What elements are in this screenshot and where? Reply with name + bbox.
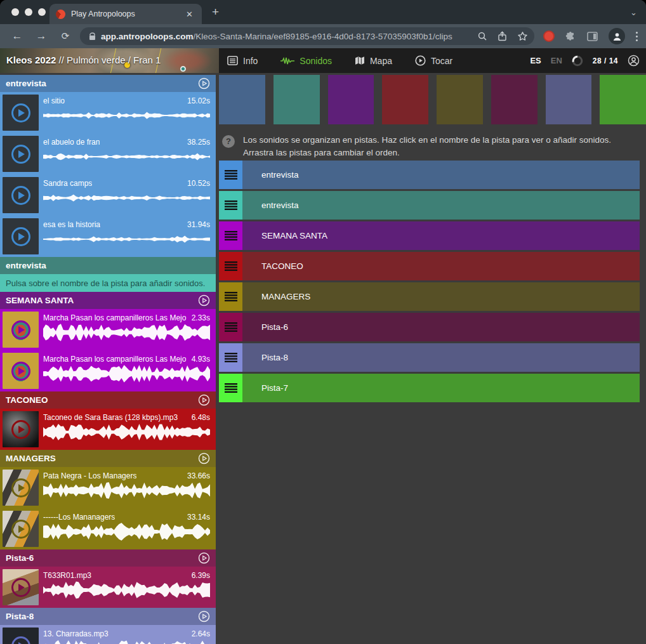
play-clip-icon[interactable] xyxy=(11,362,30,381)
track-section-header[interactable]: Pista-6 xyxy=(0,549,216,567)
waveform[interactable] xyxy=(43,323,210,342)
track-swatch[interactable] xyxy=(219,75,265,124)
clip-thumbnail[interactable] xyxy=(3,470,39,506)
play-clip-icon[interactable] xyxy=(11,420,30,439)
chevron-down-icon[interactable]: ⌄ xyxy=(630,8,637,17)
track-swatch[interactable] xyxy=(328,75,374,124)
track-name[interactable]: TACONEO xyxy=(261,261,303,271)
play-clip-icon[interactable] xyxy=(11,145,30,164)
lang-es-button[interactable]: ES xyxy=(530,56,541,65)
clip-row[interactable]: Sandra camps10.52s xyxy=(0,174,216,216)
puzzle-icon[interactable] xyxy=(565,31,576,42)
clip-row[interactable]: el sitio15.02s xyxy=(0,92,216,133)
zoom-window-button[interactable] xyxy=(38,8,46,16)
play-clip-icon[interactable] xyxy=(11,520,30,539)
drag-handle[interactable] xyxy=(219,161,242,189)
track-section-header[interactable]: entrevista xyxy=(0,257,216,274)
play-clip-icon[interactable] xyxy=(11,227,30,246)
track-name[interactable]: Pista-7 xyxy=(261,383,288,393)
waveform[interactable] xyxy=(43,522,210,541)
play-clip-icon[interactable] xyxy=(11,320,30,339)
star-icon[interactable] xyxy=(517,31,528,41)
track-row[interactable]: Pista-7 xyxy=(219,374,640,402)
clip-thumbnail[interactable] xyxy=(3,177,39,213)
drag-handle[interactable] xyxy=(219,282,242,311)
clip-thumbnail[interactable] xyxy=(3,353,39,389)
search-icon[interactable] xyxy=(477,31,487,41)
clip-row[interactable]: el abuelo de fran38.25s xyxy=(0,133,216,174)
track-name[interactable]: Pista-6 xyxy=(261,322,288,332)
track-row[interactable]: entrevista xyxy=(219,161,640,189)
play-clip-icon[interactable] xyxy=(11,636,30,644)
track-section-header[interactable]: Pista-8 xyxy=(0,608,216,625)
waveform[interactable] xyxy=(43,188,210,207)
nav-tocar[interactable]: Tocar xyxy=(415,55,452,66)
track-section-header[interactable]: SEMANA SANTA xyxy=(0,292,216,309)
forward-icon[interactable]: → xyxy=(34,30,48,43)
play-track-icon[interactable] xyxy=(198,77,210,89)
drag-handle[interactable] xyxy=(219,252,242,280)
track-section-header[interactable]: MANAGERS xyxy=(0,450,216,467)
drag-handle[interactable] xyxy=(219,343,242,372)
track-name[interactable]: Pista-8 xyxy=(261,353,288,362)
nav-info[interactable]: Info xyxy=(227,56,258,66)
waveform[interactable] xyxy=(43,147,210,166)
nav-sonidos[interactable]: Sonidos xyxy=(280,56,332,66)
clip-row[interactable]: Marcha Pasan los campanilleros Las Mejor… xyxy=(0,309,216,350)
track-row[interactable]: SEMANA SANTA xyxy=(219,221,640,250)
track-swatch[interactable] xyxy=(491,75,537,124)
waveform[interactable] xyxy=(43,106,210,125)
track-swatch[interactable] xyxy=(274,75,320,124)
track-row[interactable]: Pista-6 xyxy=(219,313,640,341)
clip-row[interactable]: Marcha Pasan los campanilleros Las Mejor… xyxy=(0,350,216,391)
clip-thumbnail[interactable] xyxy=(3,312,39,348)
profile-icon[interactable] xyxy=(609,28,625,44)
clip-row[interactable]: esa es la historia31.94s xyxy=(0,216,216,257)
track-row[interactable]: entrevista xyxy=(219,191,640,220)
record-icon[interactable] xyxy=(543,30,555,42)
clip-thumbnail[interactable] xyxy=(3,569,39,605)
close-tab-icon[interactable]: ✕ xyxy=(183,8,195,20)
waveform[interactable] xyxy=(43,423,210,442)
nav-mapa[interactable]: Mapa xyxy=(355,56,392,66)
drag-handle[interactable] xyxy=(219,313,242,341)
clip-row[interactable]: T633R01.mp36.39s xyxy=(0,567,216,608)
play-clip-icon[interactable] xyxy=(11,103,30,122)
track-section-header[interactable]: TACONEO xyxy=(0,391,216,409)
track-name[interactable]: entrevista xyxy=(261,170,299,180)
drag-handle[interactable] xyxy=(219,191,242,220)
track-row[interactable]: Pista-8 xyxy=(219,343,640,372)
track-name[interactable]: MANAGERS xyxy=(261,292,310,301)
clip-thumbnail[interactable] xyxy=(3,511,39,547)
track-swatch[interactable] xyxy=(600,75,646,124)
reload-icon[interactable]: ⟳ xyxy=(58,30,72,42)
clip-thumbnail[interactable] xyxy=(3,218,39,254)
track-name[interactable]: entrevista xyxy=(261,200,299,210)
waveform[interactable] xyxy=(43,481,210,500)
window-controls[interactable] xyxy=(11,8,46,16)
new-tab-button[interactable]: + xyxy=(212,6,219,18)
track-row[interactable]: TACONEO xyxy=(219,252,640,280)
close-window-button[interactable] xyxy=(11,8,19,16)
waveform[interactable] xyxy=(43,639,210,644)
clip-thumbnail[interactable] xyxy=(3,95,39,131)
play-track-icon[interactable] xyxy=(198,394,210,406)
track-section-header[interactable]: entrevista xyxy=(0,75,216,92)
track-swatch[interactable] xyxy=(437,75,483,124)
play-track-icon[interactable] xyxy=(198,452,210,464)
address-bar[interactable]: app.antropoloops.com/Kleos-Santa-Marina/… xyxy=(80,27,534,45)
drag-handle[interactable] xyxy=(219,221,242,250)
clip-row[interactable]: ------Los Mananagers33.14s xyxy=(0,508,216,549)
clip-thumbnail[interactable] xyxy=(3,136,39,172)
waveform[interactable] xyxy=(43,581,210,600)
track-name[interactable]: SEMANA SANTA xyxy=(261,231,327,240)
track-swatch[interactable] xyxy=(382,75,428,124)
kebab-menu-icon[interactable] xyxy=(636,32,638,41)
clip-row[interactable]: Taconeo de Sara Baras (128 kbps).mp36.48… xyxy=(0,409,216,450)
split-view-icon[interactable] xyxy=(587,32,598,41)
play-clip-icon[interactable] xyxy=(11,186,30,205)
share-icon[interactable] xyxy=(498,31,507,41)
play-track-icon[interactable] xyxy=(198,294,210,306)
clip-row[interactable]: Pata Negra - Los Managers33.66s xyxy=(0,467,216,508)
account-icon[interactable] xyxy=(628,55,640,67)
